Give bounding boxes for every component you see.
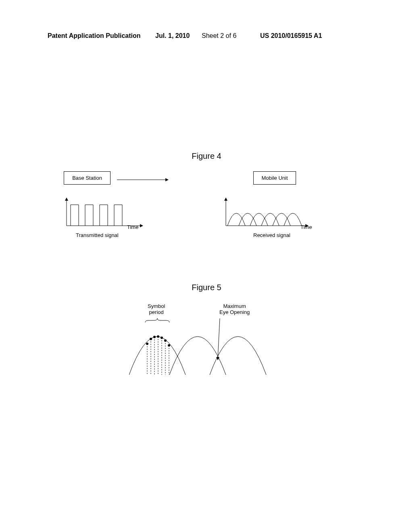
- mobile-unit-box: Mobile Unit: [253, 171, 296, 185]
- transmitted-label: Transmitted signal: [76, 232, 119, 238]
- time-label-1: Time: [127, 224, 138, 230]
- received-label: Received signal: [253, 232, 290, 238]
- time-label-2: Time: [300, 224, 312, 230]
- svg-marker-1: [165, 178, 169, 181]
- figure5-title: Figure 5: [0, 283, 413, 292]
- svg-marker-5: [140, 224, 143, 227]
- max-eye-label: Maximum Eye Opening: [219, 303, 250, 315]
- sheet-label: Sheet 2 of 6: [202, 32, 236, 39]
- pubno-label: US 2010/0165915 A1: [260, 32, 322, 39]
- svg-marker-7: [224, 197, 227, 201]
- received-signal-chart: [222, 197, 313, 232]
- symbol-period-label: Symbol period: [148, 303, 165, 315]
- figure5-diagram: [129, 318, 270, 379]
- svg-marker-3: [65, 197, 68, 201]
- base-station-box: Base Station: [64, 171, 111, 185]
- date-label: Jul. 1, 2010: [155, 32, 190, 39]
- publication-label: Patent Application Publication: [48, 32, 141, 39]
- figure4-title: Figure 4: [0, 152, 413, 161]
- arrow-icon: [117, 176, 169, 184]
- svg-line-24: [218, 318, 220, 358]
